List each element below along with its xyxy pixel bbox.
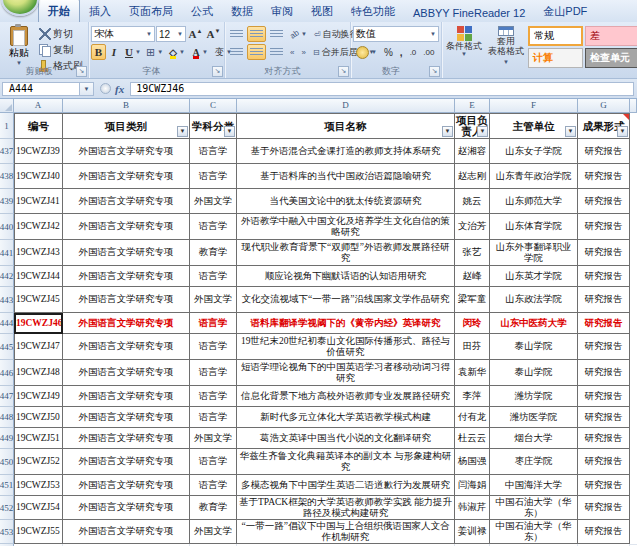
cell-partial[interactable] (630, 287, 637, 314)
filter-button-D[interactable]: ▼ (442, 126, 453, 137)
cell-A453[interactable]: 19CWZJ55 (14, 520, 63, 544)
cell-D438[interactable]: 基于语料库的当代中国政治语篇隐喻研究 (237, 164, 455, 189)
col-header-B[interactable]: B (63, 99, 190, 113)
cell-F440[interactable]: 山东体育学院 (490, 214, 578, 240)
cell-G446[interactable]: 研究报告 (578, 360, 630, 386)
row-header-444[interactable]: 444 (0, 313, 14, 334)
italic-button[interactable]: I (107, 44, 121, 60)
row-header-441[interactable]: 441 (0, 240, 14, 266)
row-header-443[interactable]: 443 (0, 287, 14, 313)
row-header-448[interactable]: 448 (0, 407, 14, 428)
orientation-button[interactable]: ab▼ (287, 26, 310, 42)
cell-C449[interactable]: 外国文学 (190, 428, 237, 449)
cell-D449[interactable]: 葛浩文英译中国当代小说的文化翻译研究 (237, 428, 455, 449)
fx-icon[interactable]: fx (115, 83, 124, 95)
decrease-indent-button[interactable]: « (287, 44, 297, 60)
cell-style-bad[interactable]: 差 (585, 26, 637, 46)
row-header-453[interactable]: 453 (0, 520, 14, 544)
currency-format-button[interactable]: ▼ (353, 44, 380, 60)
grow-font-button[interactable]: A▲ (187, 26, 204, 42)
cell-A439[interactable]: 19CWZJ41 (14, 189, 63, 214)
cell-G450[interactable]: 研究报告 (578, 449, 630, 475)
decrease-decimal-button[interactable]: .00 (420, 44, 437, 60)
font-dialog-launcher[interactable]: ↘ (212, 66, 223, 77)
row-header-445[interactable]: 445 (0, 334, 14, 360)
cell-F441[interactable]: 山东外事翻译职业学院 (490, 240, 578, 266)
cell-C440[interactable]: 语言学 (190, 214, 237, 240)
cell-A443[interactable]: 19CWZJ45 (14, 287, 63, 313)
fill-color-button[interactable]: ◇▼ (166, 44, 188, 60)
cell-B451[interactable]: 外国语言文学研究专项 (63, 475, 190, 496)
cell-A445[interactable]: 19CWZJ47 (14, 334, 63, 360)
filter-button-F[interactable]: ▼ (565, 126, 576, 137)
cell-G439[interactable]: 研究报告 (578, 189, 630, 214)
cell-E441[interactable]: 张艺 (455, 240, 490, 266)
header-cell-A1[interactable]: 编号 (14, 113, 63, 139)
cell-B448[interactable]: 外国语言文学研究专项 (63, 407, 190, 428)
cell-C445[interactable]: 语言学 (190, 334, 237, 360)
formula-input[interactable]: 19CWZJ46 (130, 82, 634, 96)
cell-partial[interactable] (630, 449, 637, 476)
row-header-451[interactable]: 451 (0, 475, 14, 496)
cell-B439[interactable]: 外国语言文学研究专项 (63, 189, 190, 214)
cell-F443[interactable]: 山东政法学院 (490, 287, 578, 313)
col-header-F[interactable]: F (490, 99, 578, 113)
row-header-439[interactable]: 439 (0, 189, 14, 214)
cell-E448[interactable]: 付有龙 (455, 407, 490, 428)
header-cell-D1[interactable]: 项目名称▼ (237, 113, 455, 139)
font-name-select[interactable]: 宋体▼ (91, 26, 155, 42)
cell-D441[interactable]: 现代职业教育背景下“双师型”外语教师发展路径研究 (237, 240, 455, 266)
cell-D443[interactable]: 文化交流视域下“一带一路”沿线国家文学作品研究 (237, 287, 455, 313)
cell-E442[interactable]: 赵峰 (455, 266, 490, 287)
cell-C453[interactable]: 外国文学 (190, 520, 237, 544)
cell-partial[interactable] (630, 386, 637, 408)
underline-button[interactable]: U▼ (122, 44, 142, 60)
align-top-button[interactable] (227, 26, 246, 42)
cell-partial[interactable] (630, 113, 637, 140)
ribbon-tab-0[interactable]: 开始 (38, 0, 80, 22)
cell-D448[interactable]: 新时代多元立体化大学英语教学模式构建 (237, 407, 455, 428)
cell-B443[interactable]: 外国语言文学研究专项 (63, 287, 190, 313)
cell-B444[interactable]: 外国语言文学研究专项 (63, 313, 190, 334)
cell-E447[interactable]: 李萍 (455, 386, 490, 407)
cell-A449[interactable]: 19CWZJ51 (14, 428, 63, 449)
format-as-table-button[interactable]: 套用 表格格式 ▼ (486, 26, 526, 66)
ribbon-tab-4[interactable]: 数据 (222, 0, 262, 22)
paste-button[interactable]: 粘贴 ▼ (2, 26, 36, 66)
cell-G453[interactable]: 研究报告 (578, 520, 630, 544)
cell-partial[interactable] (630, 334, 637, 361)
borders-button[interactable]: ⊞▼ (143, 44, 165, 60)
cell-A448[interactable]: 19CWZJ50 (14, 407, 63, 428)
cell-F437[interactable]: 山东女子学院 (490, 139, 578, 164)
cell-A450[interactable]: 19CWZJ52 (14, 449, 63, 475)
alignment-dialog-launcher[interactable]: ↘ (338, 66, 349, 77)
cell-C441[interactable]: 教育学 (190, 240, 237, 266)
cell-G451[interactable]: 研究报告 (578, 475, 630, 496)
ribbon-tab-5[interactable]: 审阅 (262, 0, 302, 22)
cell-F453[interactable]: 中国石油大学（华东） (490, 520, 578, 544)
row-header-438[interactable]: 438 (0, 164, 14, 189)
increase-indent-button[interactable]: » (298, 44, 308, 60)
col-header-C[interactable]: C (190, 99, 237, 113)
cell-partial[interactable] (630, 520, 637, 545)
cell-B445[interactable]: 外国语言文学研究专项 (63, 334, 190, 360)
col-header-E[interactable]: E (455, 99, 490, 113)
cell-D439[interactable]: 当代美国文论中的犹太传统资源研究 (237, 189, 455, 214)
cell-C438[interactable]: 语言学 (190, 164, 237, 189)
office-button[interactable] (1, 0, 39, 16)
cell-F448[interactable]: 潍坊医学院 (490, 407, 578, 428)
cell-A440[interactable]: 19CWZJ42 (14, 214, 63, 240)
ribbon-tab-9[interactable]: 金山PDF (534, 0, 596, 22)
row-header-447[interactable]: 447 (0, 386, 14, 407)
row-header-442[interactable]: 442 (0, 266, 14, 287)
cell-E449[interactable]: 杜云云 (455, 428, 490, 449)
cell-C444[interactable]: 语言学 (190, 313, 237, 334)
row-header-437[interactable]: 437 (0, 139, 14, 164)
select-all-corner[interactable] (0, 99, 14, 113)
cell-F452[interactable]: 中国石油大学（华东） (490, 496, 578, 520)
cell-partial[interactable] (630, 214, 637, 241)
cell-partial[interactable] (630, 475, 637, 497)
cell-B440[interactable]: 外国语言文学研究专项 (63, 214, 190, 240)
percent-format-button[interactable]: % (381, 44, 396, 60)
cell-G438[interactable]: 研究报告 (578, 164, 630, 189)
